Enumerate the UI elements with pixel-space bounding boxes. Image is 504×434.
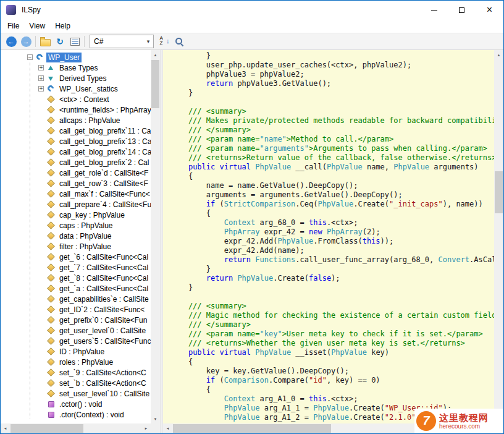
tree-item[interactable]: set_`9 : CallSite<Action<C: [1, 367, 151, 378]
tree-item[interactable]: data : PhpValue: [1, 231, 151, 241]
tree-item-label: call_get_blog_prefix`2 : Cal: [57, 158, 151, 168]
tree-item[interactable]: get_`6 : CallSite<Func<Cal: [1, 252, 151, 262]
code-line: return PhpValue.Create(false);: [170, 274, 494, 283]
tree-item[interactable]: +WP_User._statics: [1, 83, 151, 94]
tree-expander-plus-icon[interactable]: +: [38, 86, 44, 91]
title-bar[interactable]: ILSpy ×: [1, 1, 503, 19]
code-line: phpValue3 = phpValue2;: [170, 70, 494, 79]
tree-item[interactable]: set_user_level`10 : CallSite: [1, 388, 151, 399]
menu-bar: FileViewHelp: [1, 19, 503, 33]
scroll-up-button[interactable]: ▲: [494, 50, 503, 59]
scroll-left-icon: ◄: [4, 427, 7, 430]
tree-item[interactable]: ID : PhpValue: [1, 346, 151, 357]
field-icon: [46, 95, 56, 104]
main-split: −WP_User+Base Types+Derived Types+WP_Use…: [1, 50, 503, 433]
field-icon: [46, 252, 56, 262]
menu-help[interactable]: Help: [50, 20, 75, 32]
window-controls: ×: [420, 1, 503, 19]
tree-item[interactable]: caps : PhpValue: [1, 220, 151, 231]
scroll-down-button[interactable]: ▼: [151, 414, 160, 423]
tree-item[interactable]: get_`a : CallSite<Func<Cal: [1, 283, 151, 294]
tree-item[interactable]: get_ID`2 : CallSite<Func<: [1, 304, 151, 315]
scroll-up-button[interactable]: ▲: [151, 50, 160, 59]
decompiled-code-view[interactable]: } user_php.update_user_caches(<ctx>, php…: [163, 50, 494, 423]
tree-item[interactable]: filter : PhpValue: [1, 241, 151, 252]
tree-item-label: call_prepare`4 : CallSite<Fu: [57, 200, 151, 210]
tree-item[interactable]: +Base Types: [1, 62, 151, 73]
tree-item[interactable]: call_get_blog_prefix`11 : Ca: [1, 126, 151, 136]
scroll-right-button[interactable]: ►: [141, 423, 151, 433]
scrollbar-thumb[interactable]: [495, 171, 503, 213]
close-button[interactable]: ×: [476, 1, 503, 19]
field-icon: [46, 263, 56, 272]
tree-item[interactable]: <ctx> : Context: [1, 94, 151, 104]
assembly-list-button[interactable]: [67, 34, 82, 49]
tree-item[interactable]: get_prefix`0 : CallSite<Fun: [1, 315, 151, 325]
tree-item[interactable]: +Derived Types: [1, 73, 151, 83]
reload-assemblies-button[interactable]: ↻: [52, 34, 67, 49]
window-title: ILSpy: [22, 6, 41, 14]
minimize-button[interactable]: [420, 1, 448, 19]
code-line: PhpArray expr_42 = new PhpArray(2);: [170, 228, 494, 237]
refresh-icon: ↻: [56, 37, 64, 46]
tree-item[interactable]: get_`7 : CallSite<Func<Cal: [1, 262, 151, 273]
watermark: 7 这里教程网 herecours.com: [414, 409, 503, 433]
class-icon: [46, 84, 56, 93]
code-line: Context arg_68_0 = this.<ctx>;: [170, 218, 494, 228]
tree-item[interactable]: call_get_row`3 : CallSite<F: [1, 178, 151, 189]
navigate-forward-button[interactable]: →: [19, 34, 33, 49]
scroll-left-button[interactable]: ◄: [1, 423, 10, 433]
type-tree[interactable]: −WP_User+Base Types+Derived Types+WP_Use…: [1, 50, 151, 423]
tree-expander-minus-icon[interactable]: −: [27, 54, 33, 60]
code-line: Context arg_A1_0 = this.<ctx>;: [170, 394, 494, 404]
tree-expander-plus-icon[interactable]: +: [38, 65, 44, 70]
search-button[interactable]: [172, 34, 187, 49]
scrollbar-thumb[interactable]: [10, 424, 83, 433]
maximize-button[interactable]: [448, 1, 476, 19]
tree-item[interactable]: allcaps : PhpValue: [1, 115, 151, 126]
tree-item[interactable]: get_`8 : CallSite<Func<Cal: [1, 273, 151, 283]
tree-item[interactable]: .cctor() : void: [1, 399, 151, 409]
tree-item[interactable]: call_get_blog_prefix`2 : Cal: [1, 157, 151, 168]
tree-item[interactable]: roles : PhpValue: [1, 357, 151, 367]
tree-item[interactable]: call_max`f : CallSite<Func<: [1, 189, 151, 199]
menu-view[interactable]: View: [24, 20, 50, 32]
tree-item[interactable]: get_user_level`0 : CallSite: [1, 325, 151, 336]
tree-horizontal-scrollbar[interactable]: ◄ ►: [1, 423, 151, 433]
sort-button[interactable]: AZ↓: [157, 34, 172, 49]
open-assembly-button[interactable]: [38, 34, 52, 49]
tree-item-label: roles : PhpValue: [57, 357, 115, 367]
tree-item[interactable]: call_prepare`4 : CallSite<Fu: [1, 199, 151, 210]
scrollbar-thumb[interactable]: [173, 424, 331, 433]
ilspy-window: ILSpy × FileViewHelp ← → ↻ C# ▾ AZ↓ −WP_…: [0, 0, 504, 434]
tree-item[interactable]: set_`b : CallSite<Action<C: [1, 378, 151, 388]
tree-item-label: get_`8 : CallSite<Func<Cal: [57, 273, 150, 283]
tree-item[interactable]: .ctor(Context) : void: [1, 409, 151, 420]
scroll-left-button[interactable]: ◄: [163, 423, 172, 433]
scroll-right-icon: ►: [145, 427, 148, 430]
code-vertical-scrollbar[interactable]: ▲ ▼: [494, 50, 503, 423]
type-tree-panel: −WP_User+Base Types+Derived Types+WP_Use…: [1, 50, 160, 433]
tree-item[interactable]: −WP_User: [1, 52, 151, 62]
scrollbar-thumb[interactable]: [151, 60, 159, 108]
chevron-down-icon: ▾: [143, 38, 153, 45]
code-line: /// <summary>: [170, 107, 494, 116]
navigate-back-button[interactable]: ←: [4, 34, 19, 49]
tree-item[interactable]: get_users`5 : CallSite<Func: [1, 336, 151, 346]
tree-item-label: <runtime_fields> : PhpArray: [57, 105, 151, 115]
tree-item[interactable]: call_get_blog_prefix`13 : Ca: [1, 136, 151, 147]
tree-item[interactable]: <runtime_fields> : PhpArray: [1, 104, 151, 115]
field-icon: [46, 305, 56, 314]
language-dropdown[interactable]: C# ▾: [90, 35, 154, 48]
tree-item[interactable]: call_get_role`d : CallSite<F: [1, 168, 151, 178]
assembly-list-icon: [70, 38, 80, 46]
tree-vertical-scrollbar[interactable]: ▲ ▼: [151, 50, 160, 423]
tree-item[interactable]: get_capabilities`e : CallSite: [1, 294, 151, 304]
menu-file[interactable]: File: [2, 20, 24, 32]
tree-item[interactable]: cap_key : PhpValue: [1, 210, 151, 220]
tree-item[interactable]: call_get_blog_prefix`14 : Ca: [1, 147, 151, 157]
tree-item-label: Derived Types: [57, 74, 108, 83]
tree-item-label: WP_User._statics: [57, 84, 120, 94]
tree-expander-plus-icon[interactable]: +: [38, 75, 44, 81]
field-icon: [46, 357, 56, 367]
